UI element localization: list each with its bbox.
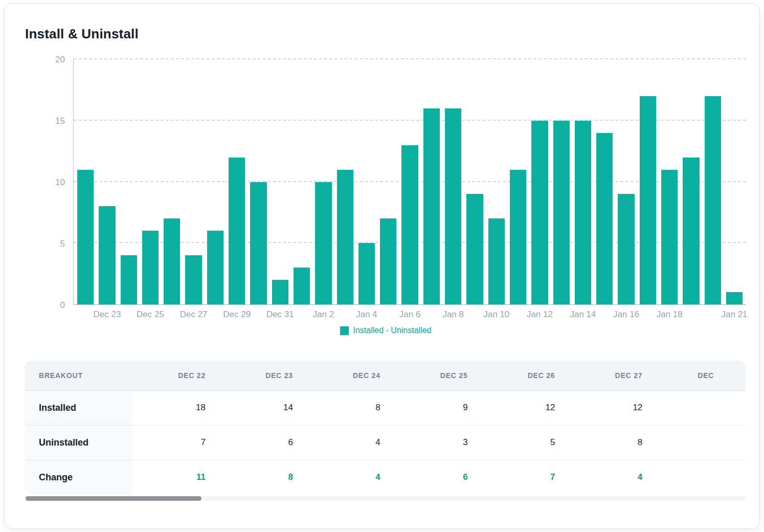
chart-legend[interactable]: Installed - Uninstalled (25, 326, 746, 335)
bar-jan-7[interactable] (423, 108, 440, 304)
bar-dec-31[interactable] (272, 280, 288, 304)
x-axis-tick-label: Jan 21 (722, 309, 748, 320)
x-axis-slot (705, 305, 721, 321)
breakout-table-wrap: BREAKOUTDEC 22DEC 23DEC 24DEC 25DEC 26DE… (25, 361, 746, 495)
bar-jan-21[interactable] (726, 292, 743, 304)
table-cell: 4 (307, 460, 395, 495)
table-cell (657, 425, 746, 460)
bar-jan-9[interactable] (466, 194, 483, 304)
x-axis-tick-label: Jan 6 (399, 309, 421, 320)
x-axis-slot (640, 305, 656, 321)
x-axis-slot: Dec 29 (229, 305, 245, 321)
bar-dec-24[interactable] (121, 255, 137, 304)
table-header-cell: DEC 24 (307, 361, 395, 390)
bar-dec-27[interactable] (185, 255, 201, 304)
x-axis-slot: Jan 14 (575, 305, 591, 321)
x-axis-tick-label: Jan 2 (313, 309, 334, 320)
horizontal-scrollbar-track[interactable] (25, 496, 746, 501)
x-axis-tick-label: Jan 10 (483, 309, 509, 320)
x-axis-tick-label: Jan 8 (442, 309, 464, 320)
bar-dec-23[interactable] (99, 206, 115, 304)
y-axis-tick-label: 10 (55, 178, 65, 187)
bar-dec-22[interactable] (77, 170, 94, 304)
table-header-breakout: BREAKOUT (25, 361, 132, 390)
x-axis-slot: Jan 8 (445, 305, 461, 321)
x-axis-slot: Jan 16 (618, 305, 634, 321)
bar-jan-5[interactable] (380, 218, 396, 304)
y-axis-tick-label: 5 (60, 239, 65, 248)
bar-jan-6[interactable] (401, 145, 418, 304)
bar-jan-10[interactable] (488, 218, 505, 304)
table-header-cell: DEC 26 (482, 361, 570, 390)
x-axis-slot (466, 305, 483, 321)
x-axis-slot (207, 305, 223, 321)
bar-dec-25[interactable] (142, 231, 159, 304)
x-axis-slot: Dec 23 (99, 305, 115, 321)
x-axis-tick-label: Jan 18 (657, 309, 683, 320)
table-header-cell: DEC 27 (569, 361, 657, 390)
install-uninstall-chart: 05101520 Dec 23Dec 25Dec 27Dec 29Dec 31J… (25, 59, 746, 335)
table-cell: 8 (220, 460, 307, 495)
x-axis-slot (380, 305, 396, 321)
legend-label: Installed - Uninstalled (353, 326, 432, 335)
x-axis-tick-label: Dec 31 (266, 309, 294, 320)
x-axis-slot: Dec 25 (142, 305, 159, 321)
bar-jan-20[interactable] (705, 96, 721, 304)
x-axis-tick-label: Dec 27 (180, 309, 208, 320)
table-header-cell: DEC (657, 361, 746, 390)
x-axis-tick-label: Jan 4 (356, 309, 377, 320)
x-axis-slot: Jan 10 (488, 305, 505, 321)
y-axis-tick-label: 15 (55, 117, 65, 125)
bar-jan-8[interactable] (445, 108, 461, 304)
table-header-cell: DEC 23 (220, 361, 307, 390)
bar-jan-14[interactable] (575, 121, 591, 304)
bar-group (74, 59, 746, 304)
x-axis-tick-label: Dec 25 (137, 309, 164, 320)
x-axis: Dec 23Dec 25Dec 27Dec 29Dec 31Jan 2Jan 4… (74, 305, 746, 321)
x-axis-slot (294, 305, 310, 321)
bar-jan-15[interactable] (596, 133, 613, 304)
install-uninstall-card: Install & Uninstall 05101520 Dec 23Dec 2… (4, 3, 760, 529)
bar-dec-30[interactable] (250, 182, 266, 305)
table-cell: 7 (132, 425, 220, 460)
bar-jan-17[interactable] (640, 96, 656, 304)
bar-jan-4[interactable] (358, 243, 375, 304)
x-axis-slot: Dec 27 (185, 305, 201, 321)
x-axis-slot (77, 305, 94, 321)
legend-swatch (340, 326, 349, 335)
chart-plot-row: 05101520 (25, 59, 746, 305)
bar-jan-3[interactable] (337, 170, 353, 304)
table-cell: 7 (482, 460, 570, 495)
x-axis-tick-label: Dec 29 (223, 309, 251, 320)
horizontal-scrollbar-thumb[interactable] (26, 496, 201, 501)
x-axis-slot: Jan 18 (661, 305, 678, 321)
bar-jan-16[interactable] (618, 194, 634, 304)
bar-jan-2[interactable] (315, 182, 331, 305)
table-header-row: BREAKOUTDEC 22DEC 23DEC 24DEC 25DEC 26DE… (25, 361, 746, 390)
bar-dec-28[interactable] (207, 231, 223, 304)
y-axis-tick-label: 20 (55, 55, 65, 64)
x-axis-tick-label: Jan 14 (570, 309, 596, 320)
table-row-change: Change1184674 (25, 460, 746, 495)
bar-jan-13[interactable] (553, 121, 570, 304)
bar-jan-12[interactable] (531, 121, 548, 304)
table-row-label: Change (25, 460, 132, 495)
breakout-table: BREAKOUTDEC 22DEC 23DEC 24DEC 25DEC 26DE… (25, 361, 746, 495)
table-row-label: Installed (25, 390, 132, 425)
y-axis: 05101520 (25, 59, 73, 305)
bar-dec-29[interactable] (229, 158, 245, 304)
bar-dec-26[interactable] (164, 218, 180, 304)
x-axis-slot: Jan 21 (726, 305, 743, 321)
x-axis-slot (510, 305, 526, 321)
table-cell: 6 (220, 425, 307, 460)
table-cell: 5 (482, 425, 570, 460)
x-axis-slot (337, 305, 353, 321)
bar-jan-19[interactable] (683, 158, 699, 304)
table-cell: 14 (220, 390, 307, 425)
bar-jan-11[interactable] (510, 170, 526, 304)
bar-jan-1[interactable] (294, 268, 310, 304)
table-cell: 8 (307, 390, 395, 425)
bar-jan-18[interactable] (661, 170, 678, 304)
page-title: Install & Uninstall (25, 26, 759, 42)
table-cell: 8 (569, 425, 657, 460)
